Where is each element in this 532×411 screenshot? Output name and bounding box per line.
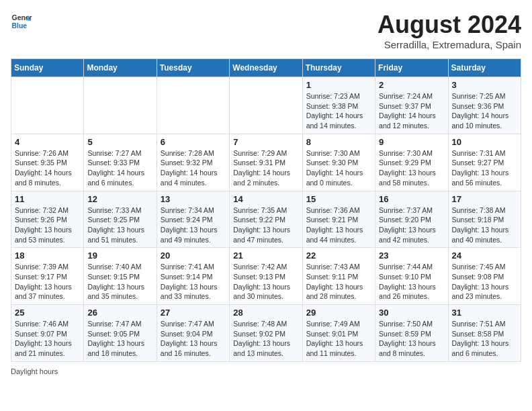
footer: Daylight hours [11,367,521,375]
day-info: Sunrise: 7:35 AM Sunset: 9:22 PM Dayligh… [233,205,298,245]
calendar-cell [157,77,229,134]
day-number: 6 [161,137,226,147]
day-info: Sunrise: 7:24 AM Sunset: 9:37 PM Dayligh… [379,91,444,131]
day-info: Sunrise: 7:30 AM Sunset: 9:29 PM Dayligh… [379,148,444,188]
day-number: 9 [379,137,444,147]
title-area: August 2024 Serradilla, Extremadura, Spa… [378,11,521,50]
calendar-cell: 16Sunrise: 7:37 AM Sunset: 9:20 PM Dayli… [375,191,448,248]
day-number: 14 [233,194,298,204]
logo-icon: General Blue [11,11,32,32]
day-info: Sunrise: 7:27 AM Sunset: 9:33 PM Dayligh… [87,148,152,188]
calendar-cell: 3Sunrise: 7:25 AM Sunset: 9:36 PM Daylig… [448,77,521,134]
calendar-cell: 17Sunrise: 7:38 AM Sunset: 9:18 PM Dayli… [448,191,521,248]
day-info: Sunrise: 7:30 AM Sunset: 9:30 PM Dayligh… [306,148,371,188]
day-number: 10 [452,137,517,147]
day-number: 29 [306,308,371,318]
day-number: 7 [233,137,298,147]
day-info: Sunrise: 7:51 AM Sunset: 8:58 PM Dayligh… [452,319,517,359]
calendar-cell: 12Sunrise: 7:33 AM Sunset: 9:25 PM Dayli… [84,191,157,248]
day-info: Sunrise: 7:46 AM Sunset: 9:07 PM Dayligh… [15,319,80,359]
calendar-cell [11,77,84,134]
day-number: 18 [15,250,80,261]
weekday-header-cell: Sunday [11,59,84,77]
day-info: Sunrise: 7:47 AM Sunset: 9:05 PM Dayligh… [87,319,152,359]
calendar-cell: 22Sunrise: 7:43 AM Sunset: 9:11 PM Dayli… [302,248,375,305]
calendar-cell: 14Sunrise: 7:35 AM Sunset: 9:22 PM Dayli… [230,191,302,248]
day-number: 8 [306,137,371,147]
day-number: 13 [161,194,226,204]
calendar-cell: 4Sunrise: 7:26 AM Sunset: 9:35 PM Daylig… [11,134,84,191]
day-number: 16 [379,194,444,204]
day-number: 30 [379,308,444,318]
calendar-cell: 8Sunrise: 7:30 AM Sunset: 9:30 PM Daylig… [302,134,375,191]
day-number: 25 [15,308,80,318]
day-info: Sunrise: 7:39 AM Sunset: 9:17 PM Dayligh… [15,262,80,302]
calendar-cell: 25Sunrise: 7:46 AM Sunset: 9:07 PM Dayli… [11,305,84,362]
calendar-cell: 20Sunrise: 7:41 AM Sunset: 9:14 PM Dayli… [157,248,229,305]
weekday-header-cell: Wednesday [230,59,302,77]
calendar-cell: 31Sunrise: 7:51 AM Sunset: 8:58 PM Dayli… [448,305,521,362]
day-info: Sunrise: 7:50 AM Sunset: 8:59 PM Dayligh… [379,319,444,359]
svg-text:Blue: Blue [12,22,28,30]
calendar-cell: 13Sunrise: 7:34 AM Sunset: 9:24 PM Dayli… [157,191,229,248]
day-info: Sunrise: 7:25 AM Sunset: 9:36 PM Dayligh… [452,91,517,131]
calendar-cell: 7Sunrise: 7:29 AM Sunset: 9:31 PM Daylig… [230,134,302,191]
day-number: 3 [452,80,517,90]
day-info: Sunrise: 7:28 AM Sunset: 9:32 PM Dayligh… [161,148,226,188]
calendar-cell: 23Sunrise: 7:44 AM Sunset: 9:10 PM Dayli… [375,248,448,305]
day-number: 21 [233,250,298,261]
day-number: 27 [161,308,226,318]
day-info: Sunrise: 7:23 AM Sunset: 9:38 PM Dayligh… [306,91,371,131]
calendar-week: 11Sunrise: 7:32 AM Sunset: 9:26 PM Dayli… [11,191,521,248]
day-number: 11 [15,194,80,204]
day-number: 2 [379,80,444,90]
calendar-cell: 2Sunrise: 7:24 AM Sunset: 9:37 PM Daylig… [375,77,448,134]
day-number: 26 [87,308,152,318]
weekday-header-cell: Friday [375,59,448,77]
calendar-week: 1Sunrise: 7:23 AM Sunset: 9:38 PM Daylig… [11,77,521,134]
day-info: Sunrise: 7:42 AM Sunset: 9:13 PM Dayligh… [233,262,298,302]
calendar-cell: 24Sunrise: 7:45 AM Sunset: 9:08 PM Dayli… [448,248,521,305]
calendar-week: 18Sunrise: 7:39 AM Sunset: 9:17 PM Dayli… [11,248,521,305]
calendar-cell [230,77,302,134]
weekday-header-cell: Saturday [448,59,521,77]
weekday-header-cell: Tuesday [157,59,229,77]
calendar-cell: 19Sunrise: 7:40 AM Sunset: 9:15 PM Dayli… [84,248,157,305]
day-number: 24 [452,250,517,261]
calendar-cell: 15Sunrise: 7:36 AM Sunset: 9:21 PM Dayli… [302,191,375,248]
calendar-cell: 5Sunrise: 7:27 AM Sunset: 9:33 PM Daylig… [84,134,157,191]
day-number: 22 [306,250,371,261]
day-info: Sunrise: 7:45 AM Sunset: 9:08 PM Dayligh… [452,262,517,302]
day-info: Sunrise: 7:37 AM Sunset: 9:20 PM Dayligh… [379,205,444,245]
day-number: 23 [379,250,444,261]
calendar-week: 25Sunrise: 7:46 AM Sunset: 9:07 PM Dayli… [11,305,521,362]
calendar-cell: 28Sunrise: 7:48 AM Sunset: 9:02 PM Dayli… [230,305,302,362]
calendar-cell: 30Sunrise: 7:50 AM Sunset: 8:59 PM Dayli… [375,305,448,362]
calendar-cell: 9Sunrise: 7:30 AM Sunset: 9:29 PM Daylig… [375,134,448,191]
location: Serradilla, Extremadura, Spain [378,39,521,50]
day-info: Sunrise: 7:32 AM Sunset: 9:26 PM Dayligh… [15,205,80,245]
month-year: August 2024 [378,11,521,39]
day-info: Sunrise: 7:29 AM Sunset: 9:31 PM Dayligh… [233,148,298,188]
calendar-cell: 1Sunrise: 7:23 AM Sunset: 9:38 PM Daylig… [302,77,375,134]
day-number: 17 [452,194,517,204]
calendar-week: 4Sunrise: 7:26 AM Sunset: 9:35 PM Daylig… [11,134,521,191]
day-info: Sunrise: 7:43 AM Sunset: 9:11 PM Dayligh… [306,262,371,302]
daylight-label: Daylight hours [11,367,58,375]
calendar-body: 1Sunrise: 7:23 AM Sunset: 9:38 PM Daylig… [11,77,521,362]
day-number: 12 [87,194,152,204]
weekday-header-cell: Monday [84,59,157,77]
day-info: Sunrise: 7:38 AM Sunset: 9:18 PM Dayligh… [452,205,517,245]
calendar-cell: 18Sunrise: 7:39 AM Sunset: 9:17 PM Dayli… [11,248,84,305]
day-number: 28 [233,308,298,318]
day-number: 20 [161,250,226,261]
day-info: Sunrise: 7:36 AM Sunset: 9:21 PM Dayligh… [306,205,371,245]
calendar-cell: 29Sunrise: 7:49 AM Sunset: 9:01 PM Dayli… [302,305,375,362]
day-info: Sunrise: 7:49 AM Sunset: 9:01 PM Dayligh… [306,319,371,359]
day-number: 4 [15,137,80,147]
header: General Blue August 2024 Serradilla, Ext… [11,11,521,50]
day-info: Sunrise: 7:34 AM Sunset: 9:24 PM Dayligh… [161,205,226,245]
day-info: Sunrise: 7:47 AM Sunset: 9:04 PM Dayligh… [161,319,226,359]
day-info: Sunrise: 7:44 AM Sunset: 9:10 PM Dayligh… [379,262,444,302]
day-number: 5 [87,137,152,147]
